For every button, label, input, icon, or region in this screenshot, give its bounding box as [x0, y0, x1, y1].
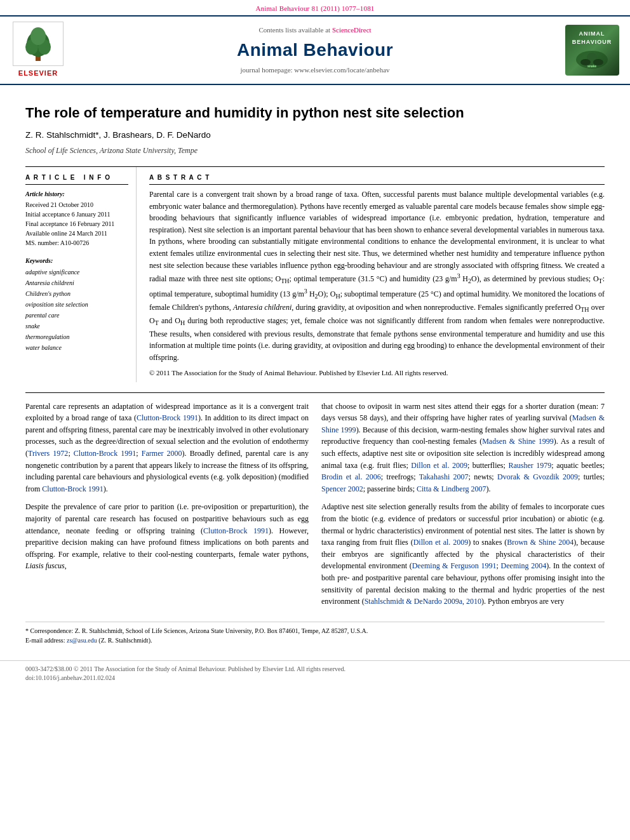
- ref-clutton-brock-1991[interactable]: Clutton-Brock 1991: [137, 413, 198, 422]
- ref-dillon-2009b[interactable]: Dillon et al. 2009: [413, 538, 469, 547]
- initial-acceptance-date: Initial acceptance 6 January 2011: [25, 210, 128, 219]
- final-acceptance-date: Final acceptance 16 February 2011: [25, 219, 128, 229]
- authors-text: Z. R. Stahlschmidt*, J. Brashears, D. F.…: [25, 130, 211, 140]
- tree-icon: [16, 25, 60, 63]
- article-info-heading: A R T I C L E I N F O: [25, 173, 128, 185]
- body-right-column: that choose to oviposit in warm nest sit…: [321, 401, 605, 614]
- keyword-1: adaptive significance: [25, 267, 128, 277]
- keyword-3: Children's python: [25, 288, 128, 299]
- article-content: The role of temperature and humidity in …: [0, 85, 630, 655]
- keyword-8: water balance: [25, 342, 128, 353]
- journal-homepage: journal homepage: www.elsevier.com/locat…: [76, 65, 554, 75]
- page-wrapper: Animal Behaviour 81 (2011) 1077–1081 ELS…: [0, 0, 630, 686]
- ref-deeming-2004[interactable]: Deeming 2004: [501, 561, 547, 570]
- ref-dvorak[interactable]: Dvorak & Gvozdik 2009: [497, 472, 578, 481]
- body-para-4: Adaptive nest site selection generally r…: [321, 501, 605, 607]
- history-label: Article history:: [25, 190, 128, 199]
- ref-rausher[interactable]: Rausher 1979: [508, 461, 551, 470]
- article-info-abstract-section: A R T I C L E I N F O Article history: R…: [25, 166, 605, 382]
- abstract-copyright: © 2011 The Association for the Study of …: [149, 368, 605, 378]
- abstract-column: A B S T R A C T Parental care is a conve…: [149, 167, 605, 382]
- svg-point-4: [30, 27, 46, 45]
- ref-brodin[interactable]: Brodin et al. 2006: [321, 472, 381, 481]
- body-left-column: Parental care represents an adaptation o…: [25, 401, 309, 614]
- journal-header: ELSEVIER Contents lists available at Sci…: [0, 15, 630, 84]
- received-date: Received 21 October 2010: [25, 200, 128, 210]
- ref-madsen-shine-1999[interactable]: Madsen & Shine 1999: [321, 413, 605, 434]
- ref-dillon-2009[interactable]: Dillon et al. 2009: [411, 461, 467, 470]
- sciencedirect-line: Contents lists available at ScienceDirec…: [76, 25, 554, 35]
- abstract-heading: A B S T R A C T: [149, 173, 605, 185]
- bottom-line2: doi:10.1016/j.anbehav.2011.02.024: [25, 674, 605, 683]
- article-info-column: A R T I C L E I N F O Article history: R…: [25, 167, 137, 382]
- badge-line2: BEHAVIOUR: [572, 38, 612, 46]
- footnote-email: E-mail address: zs@asu.edu (Z. R. Stahls…: [25, 636, 605, 645]
- footnote-correspondence: * Correspondence: Z. R. Stahlschmidt, Sc…: [25, 626, 605, 636]
- body-section: Parental care represents an adaptation o…: [25, 392, 605, 645]
- ref-clutton-brock-1991b[interactable]: Clutton-Brock 1991: [74, 449, 136, 458]
- ref-clutton-brock-mod[interactable]: Clutton-Brock 1991: [42, 484, 103, 493]
- body-para-3: that choose to oviposit in warm nest sit…: [321, 401, 605, 495]
- bottom-bar: 0003-3472/$38.00 © 2011 The Association …: [0, 660, 630, 686]
- body-para-2: Despite the prevalence of care prior to …: [25, 501, 309, 572]
- svg-text:snake: snake: [587, 64, 596, 68]
- footnote-area: * Correspondence: Z. R. Stahlschmidt, Sc…: [25, 622, 605, 645]
- keyword-6: snake: [25, 321, 128, 331]
- body-two-column: Parental care represents an adaptation o…: [25, 401, 605, 614]
- available-online-date: Available online 24 March 2011: [25, 229, 128, 238]
- article-authors: Z. R. Stahlschmidt*, J. Brashears, D. F.…: [25, 130, 605, 142]
- ref-takahashi[interactable]: Takahashi 2007: [419, 472, 469, 481]
- ref-farmer[interactable]: Farmer 2000: [142, 449, 182, 458]
- keywords-list: adaptive significance Antaresia children…: [25, 267, 128, 353]
- badge-line1: ANIMAL: [579, 30, 605, 38]
- ref-stahlschmidt-denardo[interactable]: Stahlschmidt & DeNardo 2009a, 2010: [365, 597, 481, 606]
- ref-spencer[interactable]: Spencer 2002: [321, 484, 363, 493]
- bottom-line1: 0003-3472/$38.00 © 2011 The Association …: [25, 665, 605, 674]
- keyword-2: Antaresia childreni: [25, 277, 128, 288]
- elsevier-logo-area: ELSEVIER: [6, 22, 70, 78]
- elsevier-tree-image: [13, 22, 64, 66]
- ref-citta[interactable]: Citta & Lindberg 2007: [417, 484, 486, 493]
- body-para-1: Parental care represents an adaptation o…: [25, 401, 309, 495]
- keyword-7: thermoregulation: [25, 331, 128, 342]
- abstract-paragraph-1: Parental care is a convergent trait show…: [149, 189, 605, 364]
- email-link[interactable]: zs@asu.edu: [67, 637, 97, 644]
- ref-madsen-shine-1999b[interactable]: Madsen & Shine 1999: [482, 437, 554, 446]
- journal-center: Contents lists available at ScienceDirec…: [76, 25, 554, 75]
- ref-trivers[interactable]: Trivers 1972: [28, 449, 68, 458]
- email-attribution: (Z. R. Stahlschmidt).: [98, 637, 152, 644]
- ref-clutton-brock-1991c[interactable]: Clutton-Brock 1991: [203, 526, 269, 535]
- animal-behaviour-badge: ANIMAL BEHAVIOUR snake: [565, 25, 619, 76]
- elsevier-label: ELSEVIER: [18, 69, 58, 78]
- keyword-5: parental care: [25, 310, 128, 321]
- ref-deeming-1991[interactable]: Deeming & Ferguson 1991: [412, 561, 497, 570]
- ref-brown-shine[interactable]: Brown & Shine 2004: [507, 538, 573, 547]
- badge-animal-image: snake: [573, 48, 611, 70]
- journal-citation: Animal Behaviour 81 (2011) 1077–1081: [255, 4, 374, 12]
- abstract-text: Parental care is a convergent trait show…: [149, 189, 605, 378]
- sciencedirect-link[interactable]: ScienceDirect: [332, 26, 372, 34]
- journal-badge-area: ANIMAL BEHAVIOUR snake: [560, 25, 624, 76]
- article-affiliation: School of Life Sciences, Arizona State U…: [25, 145, 605, 156]
- article-title: The role of temperature and humidity in …: [25, 104, 605, 123]
- keyword-4: oviposition site selection: [25, 299, 128, 310]
- journal-citation-bar: Animal Behaviour 81 (2011) 1077–1081: [0, 0, 630, 15]
- ms-number: MS. number: A10-00726: [25, 238, 128, 248]
- keywords-label: Keywords:: [25, 257, 128, 265]
- journal-title: Animal Behaviour: [76, 37, 554, 62]
